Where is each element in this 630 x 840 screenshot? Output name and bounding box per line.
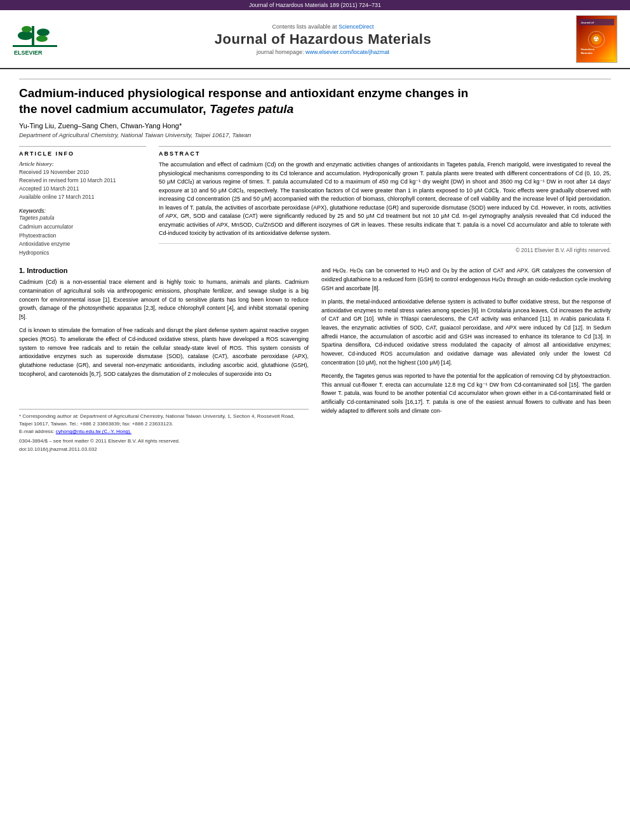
elsevier-logo: ELSEVIER	[13, 20, 57, 59]
intro-paragraph-2: Cd is known to stimulate the formation o…	[19, 326, 309, 378]
body-right-column: and H₂O₂. H₂O₂ can be converted to H₂O a…	[321, 267, 611, 452]
keyword-2: Cadmium accumulator	[19, 223, 146, 232]
article-info-label: ARTICLE INFO	[19, 150, 146, 157]
keyword-4: Antioxidative enzyme	[19, 240, 146, 249]
history-label: Article history:	[19, 161, 146, 167]
keyword-1: Tagetes patula	[19, 214, 146, 223]
abstract-text: The accumulation and effect of cadmium (…	[159, 161, 611, 238]
svg-text:ELSEVIER: ELSEVIER	[14, 50, 43, 56]
body-area: 1. Introduction Cadmium (Cd) is a non-es…	[19, 267, 611, 452]
keywords-label: Keywords:	[19, 208, 46, 214]
copyright-line: © 2011 Elsevier B.V. All rights reserved…	[159, 243, 611, 253]
right-paragraph-2: In plants, the metal-induced antioxidati…	[321, 298, 611, 367]
abstract-column: ABSTRACT The accumulation and effect of …	[159, 146, 611, 257]
received-date: Received 19 November 2010	[19, 168, 146, 177]
main-content: Cadmium-induced physiological response a…	[0, 69, 630, 462]
intro-paragraph-1: Cadmium (Cd) is a non-essential trace el…	[19, 278, 309, 321]
section1-heading: 1. Introduction	[19, 267, 309, 274]
svg-text:Hazardous: Hazardous	[581, 48, 595, 51]
journal-title: Journal of Hazardous Materials	[70, 31, 576, 48]
email-link[interactable]: cyhong@ntu.edu.tw (C.-Y. Hong).	[56, 429, 131, 434]
abstract-label: ABSTRACT	[159, 150, 611, 157]
journal-citation-bar: Journal of Hazardous Materials 189 (2011…	[0, 0, 630, 10]
contents-line: Contents lists available at ScienceDirec…	[70, 23, 576, 30]
corresponding-author-note: * Corresponding author at: Department of…	[19, 413, 309, 428]
accepted-date: Accepted 10 March 2011	[19, 185, 146, 193]
email-note: E-mail address: cyhong@ntu.edu.tw (C.-Y.…	[19, 428, 309, 436]
keyword-5: Hydroponics	[19, 249, 146, 258]
svg-text:Journal of: Journal of	[581, 21, 594, 24]
right-paragraph-1: and H₂O₂. H₂O₂ can be converted to H₂O a…	[321, 267, 611, 293]
article-history: Article history: Received 19 November 20…	[19, 161, 146, 201]
svg-text:☢: ☢	[593, 36, 599, 43]
article-meta-section: ARTICLE INFO Article history: Received 1…	[19, 146, 611, 257]
article-title: Cadmium-induced physiological response a…	[19, 86, 611, 117]
revised-date: Received in revised form 10 March 2011	[19, 177, 146, 185]
issn-line: 0304-3894/$ – see front matter © 2011 El…	[19, 438, 309, 444]
journal-homepage-link[interactable]: www.elsevier.com/locate/jhazmat	[305, 49, 389, 55]
available-date: Available online 17 March 2011	[19, 193, 146, 201]
svg-point-4	[22, 26, 32, 32]
svg-point-2	[18, 31, 33, 40]
affiliation-line: Department of Agricultural Chemistry, Na…	[19, 131, 611, 138]
right-paragraph-3: Recently, the Tagetes genus was reported…	[321, 372, 611, 415]
svg-text:Materials: Materials	[581, 51, 593, 55]
svg-point-3	[37, 29, 50, 36]
doi-line: doi:10.1016/j.jhazmat.2011.03.032	[19, 446, 309, 452]
svg-rect-0	[13, 45, 57, 47]
journal-header: ELSEVIER Contents lists available at Sci…	[0, 10, 630, 69]
keywords-section: Keywords: Tagetes patula Cadmium accumul…	[19, 207, 146, 257]
authors-line: Yu-Ting Liu, Zueng–Sang Chen, Chwan-Yang…	[19, 122, 611, 130]
keyword-3: Phytoextraction	[19, 232, 146, 241]
journal-citation-text: Journal of Hazardous Materials 189 (2011…	[249, 2, 381, 8]
body-left-column: 1. Introduction Cadmium (Cd) is a non-es…	[19, 267, 309, 452]
journal-homepage: journal homepage: www.elsevier.com/locat…	[70, 49, 576, 55]
article-info-column: ARTICLE INFO Article history: Received 1…	[19, 146, 146, 257]
journal-cover-image: Journal of Hazardous Materials ☢	[576, 15, 617, 63]
sciencedirect-link[interactable]: ScienceDirect	[338, 23, 374, 30]
svg-point-5	[36, 36, 48, 42]
journal-title-area: Contents lists available at ScienceDirec…	[70, 23, 576, 55]
